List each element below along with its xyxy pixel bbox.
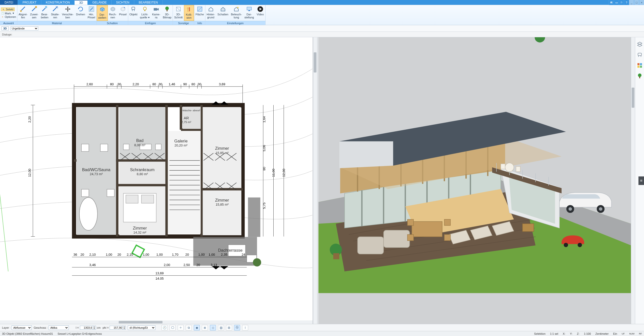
- 3d-vertical-scrollbar[interactable]: [631, 37, 635, 324]
- window-icon[interactable]: ▭: [614, 0, 619, 5]
- hinpinsel-button[interactable]: Hin. Pinsel: [86, 5, 96, 21]
- abgreifen-button[interactable]: Abgrei- fen: [17, 5, 29, 21]
- tree-panel-icon[interactable]: [637, 73, 643, 79]
- svg-text:Zimmer: Zimmer: [215, 198, 229, 202]
- svg-point-185: [599, 207, 602, 211]
- maximize-button[interactable]: □: [634, 0, 639, 5]
- optionen-label: Optionen: [5, 15, 16, 18]
- zuweisen-button[interactable]: Zuwei- sen: [29, 5, 40, 21]
- help-icon[interactable]: ?: [624, 0, 629, 5]
- status-z: Z:: [577, 332, 579, 335]
- close-button[interactable]: ×: [639, 0, 644, 5]
- 3dschnitt-button[interactable]: 3D- Schnitt: [173, 5, 184, 21]
- dl-select[interactable]: dl (Richtung/Di: [128, 325, 155, 330]
- mark-button[interactable]: ⬚ Mark.▾: [1, 12, 14, 15]
- optionen-button[interactable]: ＋ Optionen: [1, 15, 16, 18]
- group-einstellungen: Einstellungen: [205, 21, 265, 25]
- mark-icon: ⬚: [1, 12, 4, 15]
- minimize-button[interactable]: _: [629, 0, 634, 5]
- paint-icon: [20, 6, 26, 12]
- l-input[interactable]: [80, 326, 93, 330]
- svg-text:1,70: 1,70: [172, 253, 178, 256]
- monitor-icon: [246, 6, 252, 12]
- geschoss-select[interactable]: Attika: [49, 325, 69, 330]
- svg-text:AR: AR: [184, 116, 189, 120]
- svg-rect-192: [637, 66, 639, 68]
- 3d-view[interactable]: [318, 37, 631, 324]
- rotate-icon: [77, 6, 84, 12]
- lichtquelle-button[interactable]: Licht- quelle ▾: [139, 5, 151, 21]
- diamond-icon[interactable]: ◇: [210, 325, 216, 330]
- svg-rect-175: [444, 235, 450, 241]
- beleuchtung-button[interactable]: Beleuch- tung: [230, 5, 243, 21]
- dialoge-label: Dialoge:: [2, 33, 12, 36]
- tab-3d[interactable]: 3D: [75, 0, 88, 5]
- svg-rect-34: [203, 191, 241, 235]
- svg-text:14,05: 14,05: [155, 277, 164, 280]
- furniture-icon[interactable]: [637, 52, 643, 58]
- palette-icon[interactable]: [637, 62, 643, 68]
- layer-vis-icon[interactable]: ◆: [194, 325, 200, 330]
- flaeche-button[interactable]: Fläche: [194, 5, 205, 21]
- grid-icon[interactable]: ⊞: [226, 325, 232, 330]
- flag-icon[interactable]: ⚐: [619, 0, 624, 5]
- bearbeiten-button[interactable]: Bear- beiten: [40, 5, 50, 21]
- svg-text:1,00: 1,00: [209, 253, 215, 256]
- objekt-button[interactable]: Objekt: [128, 5, 139, 21]
- svg-rect-193: [640, 66, 642, 68]
- tools-icon[interactable]: 🛠: [609, 0, 614, 5]
- schatten-button[interactable]: Schatten: [216, 5, 230, 21]
- svg-text:5,06: 5,06: [262, 145, 266, 151]
- drehen-button[interactable]: Drehen: [75, 5, 86, 21]
- video-button[interactable]: Video: [255, 5, 265, 21]
- plus-icon: ＋: [1, 15, 4, 18]
- layer-select[interactable]: Abfluesse: [12, 325, 32, 330]
- stack-icon[interactable]: ≣: [202, 325, 208, 330]
- hatch-icon[interactable]: ▨: [218, 325, 224, 330]
- tab-bearbeiten[interactable]: BEARBEITEN: [134, 0, 163, 5]
- tab-datei[interactable]: DATEI: [0, 0, 18, 5]
- svg-line-18: [0, 83, 8, 272]
- phi-up[interactable]: ▲: [123, 326, 125, 328]
- gelaende-select[interactable]: Urgelände: [11, 26, 38, 30]
- svg-text:2,10: 2,10: [127, 253, 133, 256]
- svg-text:8,80 m²: 8,80 m²: [137, 172, 148, 176]
- snap-icon[interactable]: ✧: [178, 325, 184, 330]
- hintergrund-button[interactable]: Hinter- grund: [205, 5, 216, 21]
- plan-horizontal-scrollbar[interactable]: [0, 320, 313, 324]
- plan-view[interactable]: Bad 8,00 m² Bad/WC/Sauna 24,73 m² Galeri…: [0, 37, 313, 324]
- svg-text:24: 24: [242, 253, 245, 256]
- kamera-button[interactable]: Kame- ra: [151, 5, 162, 21]
- phi-down[interactable]: ▼: [123, 328, 125, 329]
- dialog-bar: Dialoge:: [0, 32, 644, 37]
- monitor-btn-icon[interactable]: 🖵: [170, 325, 176, 330]
- 3dbitmap-button[interactable]: 3D- Bitmap: [162, 5, 173, 21]
- tab-konstruktion[interactable]: KONSTRUKTION: [41, 0, 75, 5]
- darstellen-button[interactable]: Dar- stellen: [97, 5, 108, 21]
- verschieben-button[interactable]: Verschie- ben: [61, 5, 75, 21]
- l-up[interactable]: ▲: [93, 326, 96, 328]
- selekt-button[interactable]: ↖ Selekt: [1, 8, 15, 11]
- copy-icon[interactable]: ⧉: [186, 325, 192, 330]
- panel-collapser[interactable]: ≡: [638, 176, 644, 185]
- svg-point-194: [638, 73, 641, 77]
- phi-input[interactable]: [110, 326, 123, 330]
- svg-point-47: [79, 198, 98, 231]
- layers-icon[interactable]: [637, 41, 643, 47]
- bottom-toolbar: Layer : Abfluesse Geschoss : Attika l = …: [0, 324, 644, 331]
- rechnen-button[interactable]: Rech- nen: [108, 5, 118, 21]
- pinsel-button[interactable]: Pinsel: [118, 5, 128, 21]
- north-icon[interactable]: Ⓝ: [234, 325, 240, 330]
- darstellung-button[interactable]: Dar- stellung: [243, 5, 255, 21]
- svg-point-14: [237, 7, 239, 8]
- clock-icon[interactable]: 🕘: [162, 325, 168, 330]
- kollision-button[interactable]: Kolli- sion: [184, 5, 194, 21]
- geschoss-label: Geschoss :: [34, 326, 48, 329]
- tab-gelaende[interactable]: GELÄNDE: [88, 0, 111, 5]
- tab-sichten[interactable]: SICHTEN: [112, 0, 134, 5]
- l-down[interactable]: ▼: [93, 328, 96, 329]
- plan-vertical-scrollbar[interactable]: [313, 37, 317, 324]
- info-icon[interactable]: i: [242, 325, 248, 330]
- tab-projekt[interactable]: PROJEKT: [18, 0, 41, 5]
- skalieren-button[interactable]: Skalie- ren: [50, 5, 61, 21]
